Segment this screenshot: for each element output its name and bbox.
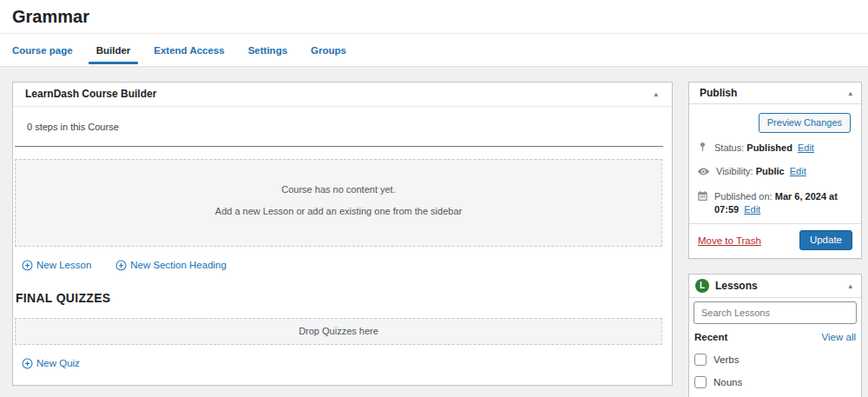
lesson-drop-zone[interactable]: Course has no content yet. Add a new Les… (15, 159, 662, 247)
final-quizzes-heading: FINAL QUIZZES (16, 291, 672, 306)
collapse-arrow-icon[interactable]: ▴ (848, 89, 852, 97)
content-area: LearnDash Course Builder ▴ 0 steps in th… (0, 67, 868, 397)
course-builder-title: LearnDash Course Builder (25, 88, 156, 101)
new-section-heading-button[interactable]: New Section Heading (115, 258, 227, 272)
lessons-title: Lessons (715, 280, 758, 292)
search-lessons-input[interactable] (694, 301, 857, 324)
new-quiz-button[interactable]: New Quiz (22, 356, 80, 370)
status-row: Status: Published Edit (696, 142, 852, 156)
visibility-label: Visibility: (716, 166, 753, 176)
plus-circle-icon (22, 358, 33, 369)
tab-extend-access[interactable]: Extend Access (154, 34, 224, 66)
publish-panel: Publish ▴ Preview Changes Status: Publis… (688, 82, 862, 259)
tab-course-page[interactable]: Course page (12, 34, 73, 66)
tab-settings[interactable]: Settings (248, 34, 287, 66)
tab-builder[interactable]: Builder (96, 34, 131, 66)
visibility-edit-link[interactable]: Edit (790, 166, 806, 176)
publish-title: Publish (700, 87, 737, 99)
quiz-drop-zone[interactable]: Drop Quizzes here (15, 318, 662, 345)
course-builder-panel-header: LearnDash Course Builder ▴ (13, 83, 672, 107)
sidebar: Publish ▴ Preview Changes Status: Publis… (688, 82, 862, 397)
list-item: Nouns (694, 376, 857, 388)
lessons-panel: L Lessons ▴ Recent View all Verbs (688, 274, 862, 397)
published-on-text: Published on: Mar 6, 2024 at 07:59 Edit (714, 190, 852, 216)
lesson-item-label: Verbs (713, 354, 739, 365)
page: Grammar Course page Builder Extend Acces… (0, 0, 868, 397)
lessons-panel-header: L Lessons ▴ (689, 275, 861, 298)
calendar-icon (697, 190, 708, 205)
lesson-badge-icon: L (695, 279, 709, 293)
status-value: Published (746, 142, 792, 153)
recent-label: Recent (694, 332, 727, 342)
new-lesson-button[interactable]: New Lesson (22, 258, 91, 272)
empty-state-line2: Add a new Lesson or add an existing one … (215, 205, 462, 218)
plus-circle-icon (22, 260, 33, 271)
status-edit-link[interactable]: Edit (798, 142, 814, 153)
preview-changes-button[interactable]: Preview Changes (759, 113, 851, 133)
published-on-label: Published on: (714, 191, 773, 202)
published-on-row: Published on: Mar 6, 2024 at 07:59 Edit (696, 190, 852, 216)
move-to-trash-link[interactable]: Move to Trash (698, 235, 761, 246)
recent-row: Recent View all (694, 332, 857, 342)
visibility-value: Public (756, 166, 785, 176)
steps-divider (15, 146, 663, 147)
collapse-arrow-icon[interactable]: ▴ (654, 90, 658, 98)
lesson-item-label: Nouns (713, 377, 742, 387)
lesson-checkbox[interactable] (694, 354, 707, 366)
collapse-arrow-icon[interactable]: ▴ (848, 282, 852, 290)
tab-bar: Course page Builder Extend Access Settin… (0, 34, 868, 66)
course-builder-panel: LearnDash Course Builder ▴ 0 steps in th… (12, 82, 673, 386)
publish-footer: Move to Trash Update (689, 223, 861, 258)
page-header: Grammar Course page Builder Extend Acces… (0, 0, 868, 67)
new-quiz-label: New Quiz (36, 356, 80, 370)
view-all-link[interactable]: View all (822, 332, 856, 342)
drop-quizzes-label: Drop Quizzes here (299, 325, 378, 338)
publish-body: Preview Changes Status: Published Edit (689, 104, 861, 216)
new-section-heading-label: New Section Heading (130, 258, 227, 272)
new-lesson-label: New Lesson (36, 258, 91, 272)
visibility-text: Visibility: Public Edit (716, 165, 806, 178)
steps-count-label: 0 steps in this Course (13, 107, 672, 146)
visibility-row: Visibility: Public Edit (696, 165, 852, 182)
tab-groups[interactable]: Groups (311, 34, 346, 66)
preview-row: Preview Changes (696, 113, 852, 133)
pin-icon (697, 142, 708, 156)
lesson-checkbox[interactable] (694, 376, 707, 388)
lessons-body: Recent View all Verbs Nouns Refresh (689, 298, 861, 397)
update-button[interactable]: Update (799, 230, 852, 250)
published-on-edit-link[interactable]: Edit (744, 204, 760, 215)
publish-panel-header: Publish ▴ (689, 83, 861, 104)
quiz-add-links: New Quiz (22, 356, 658, 370)
page-title: Grammar (0, 0, 868, 33)
status-label: Status: (714, 142, 744, 153)
builder-add-links: New Lesson New Section Heading (22, 258, 658, 272)
eye-icon (697, 165, 710, 182)
list-item: Verbs (694, 354, 857, 366)
empty-state-line1: Course has no content yet. (281, 183, 395, 196)
status-text: Status: Published Edit (714, 142, 814, 155)
plus-circle-icon (115, 260, 127, 271)
